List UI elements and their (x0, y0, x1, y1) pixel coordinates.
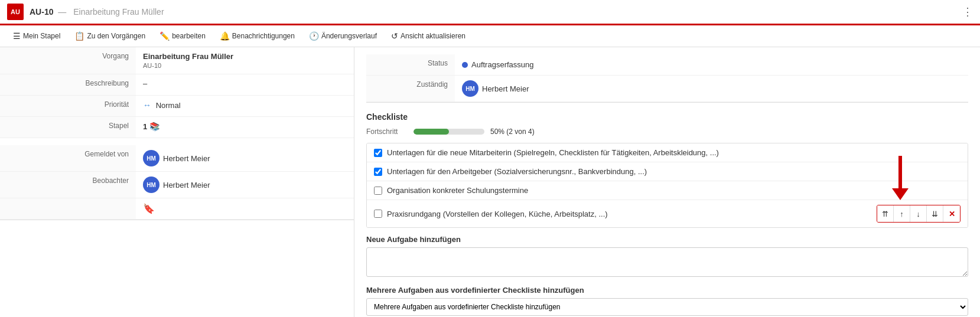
vorgang-value: Einarbeitung Frau Müller AU-10 (136, 47, 354, 74)
refresh-icon: ↺ (391, 31, 398, 41)
neue-aufgabe-input[interactable] (366, 247, 968, 277)
move-bottom-button[interactable]: ⇊ (927, 205, 943, 222)
zu-den-vorgaengen-button[interactable]: 📋 Zu den Vorgängen (69, 29, 151, 43)
aenderungsverlauf-label: Änderungsverlauf (321, 32, 377, 40)
aenderungsverlauf-button[interactable]: 🕐 Änderungsverlauf (303, 29, 383, 43)
stapel-value: 1 📚 (136, 117, 354, 138)
stapel-badge: 1 📚 (143, 122, 159, 131)
predefined-select[interactable]: Mehrere Aufgaben aus vordefinierter Chec… (366, 298, 968, 316)
ansicht-aktualisieren-button[interactable]: ↺ Ansicht aktualisieren (385, 29, 471, 43)
beobachter-label: Beobachter (0, 172, 136, 198)
beschreibung-label: Beschreibung (0, 74, 136, 95)
beobachter-row: Beobachter HM Herbert Meier (0, 172, 354, 198)
zu-den-vorgaengen-label: Zu den Vorgängen (87, 32, 145, 40)
fortschritt-text: 50% (2 von 4) (490, 128, 535, 136)
prioritaet-value: ↔ Normal (136, 96, 354, 116)
bearbeiten-button[interactable]: ✏️ bearbeiten (154, 29, 211, 43)
checklist-items: Unterlagen für die neue Mitarbeiterin (S… (366, 143, 968, 228)
fortschritt-label: Fortschritt (366, 128, 408, 136)
checklist-item-active: Praxisrundgang (Vorstellen der Kollegen,… (367, 200, 968, 227)
stapel-stack-icon: 📚 (149, 122, 159, 131)
priority-icon: ↔ (143, 100, 151, 110)
status-dot (462, 62, 468, 68)
checklist-checkbox-2[interactable] (374, 168, 382, 176)
main-content: Vorgang Einarbeitung Frau Müller AU-10 B… (0, 47, 980, 317)
app-logo: AU (7, 4, 24, 20)
mein-stapel-button[interactable]: ☰ Mein Stapel (7, 29, 66, 43)
clock-icon: 🕐 (309, 31, 319, 41)
move-up-button[interactable]: ↑ (894, 205, 910, 222)
page-title: AU-10 — Einarbeitung Frau Müller (30, 7, 167, 17)
checklist-section: Checkliste Fortschritt 50% (2 von 4) Unt… (366, 112, 968, 316)
checklist-item: Unterlagen für die neue Mitarbeiterin (S… (367, 143, 968, 162)
progress-bar-fill (414, 129, 449, 135)
zustaendig-name: Herbert Meier (482, 84, 529, 93)
beschreibung-value: – (136, 74, 354, 95)
vorgaengen-icon: 📋 (74, 31, 84, 41)
delete-item-button[interactable]: ✕ (943, 205, 960, 222)
move-down-button[interactable]: ↓ (910, 205, 927, 222)
top-bar: AU AU-10 — Einarbeitung Frau Müller ⋮ (0, 0, 980, 25)
prioritaet-row: Priorität ↔ Normal (0, 96, 354, 117)
progress-bar-background (414, 129, 484, 135)
zustaendig-row: Zuständig HM Herbert Meier (366, 76, 968, 102)
edit-icon: ✏️ (159, 31, 170, 41)
checklist-item-text-3: Organisation konkreter Schulungstermine (387, 186, 961, 195)
beschreibung-row: Beschreibung – (0, 74, 354, 96)
beobachter-person: HM Herbert Meier (143, 177, 347, 193)
predefined-label: Mehrere Aufgaben aus vordefinierter Chec… (366, 286, 968, 295)
ansicht-aktualisieren-label: Ansicht aktualisieren (401, 32, 465, 40)
zustaendig-value: HM Herbert Meier (455, 76, 968, 102)
vorgang-row: Vorgang Einarbeitung Frau Müller AU-10 (0, 47, 354, 74)
benachrichtigungen-label: Benachrichtigungen (232, 32, 295, 40)
status-row: Status Auftragserfassung (366, 54, 968, 76)
prioritaet-label: Priorität (0, 96, 136, 116)
vorgang-sub: AU-10 (143, 62, 347, 69)
progress-row: Fortschritt 50% (2 von 4) (366, 128, 968, 136)
vorgang-main: Einarbeitung Frau Müller (143, 52, 347, 61)
zustaendig-label: Zuständig (366, 76, 455, 102)
spacer-row (0, 138, 354, 145)
left-panel: Vorgang Einarbeitung Frau Müller AU-10 B… (0, 47, 354, 317)
gemeldet-person: HM Herbert Meier (143, 150, 347, 166)
gemeldet-label: Gemeldet von (0, 145, 136, 171)
right-panel: Status Auftragserfassung Zuständig HM He… (354, 47, 980, 317)
gemeldet-value: HM Herbert Meier (136, 145, 354, 171)
more-options-button[interactable]: ⋮ (962, 5, 973, 18)
vorgang-label: Vorgang (0, 47, 136, 74)
benachrichtigungen-button[interactable]: 🔔 Benachrichtigungen (214, 29, 301, 43)
checkliste-title: Checkliste (366, 112, 968, 122)
gemeldet-name: Herbert Meier (163, 154, 210, 163)
checklist-checkbox-1[interactable] (374, 149, 382, 157)
bookmark-value[interactable]: 🔖 (136, 198, 354, 219)
stapel-label: Stapel (0, 117, 136, 138)
checklist-item-text-2: Unterlagen für den Arbeitgeber (Sozialve… (387, 167, 961, 176)
bookmark-label (0, 198, 136, 219)
checklist-checkbox-3[interactable] (374, 187, 382, 195)
checklist-item-text-4: Praxisrundgang (Vorstellen der Kollegen,… (387, 210, 872, 218)
move-top-button[interactable]: ⇈ (877, 205, 894, 222)
gemeldet-row: Gemeldet von HM Herbert Meier (0, 145, 354, 172)
top-status-area: Vorgang Einarbeitung Frau Müller AU-10 B… (0, 47, 354, 220)
beobachter-avatar: HM (143, 177, 159, 193)
stapel-icon: ☰ (13, 31, 21, 41)
beobachter-value: HM Herbert Meier (136, 172, 354, 198)
predefined-section: Mehrere Aufgaben aus vordefinierter Chec… (366, 286, 968, 316)
beobachter-name: Herbert Meier (163, 181, 210, 189)
checklist-item: Organisation konkreter Schulungstermine (367, 181, 968, 200)
checklist-checkbox-4[interactable] (374, 210, 382, 218)
bearbeiten-label: bearbeiten (172, 32, 206, 40)
bookmark-icon[interactable]: 🔖 (143, 204, 155, 214)
neue-aufgabe-label: Neue Aufgabe hinzufügen (366, 235, 968, 244)
item-actions: ⇈ ↑ ↓ ⇊ ✕ (877, 205, 961, 223)
gemeldet-avatar: HM (143, 150, 159, 166)
mein-stapel-label: Mein Stapel (23, 32, 60, 40)
checklist-item: Unterlagen für den Arbeitgeber (Sozialve… (367, 162, 968, 181)
bell-icon: 🔔 (220, 31, 230, 41)
checklist-item-text-1: Unterlagen für die neue Mitarbeiterin (S… (387, 148, 961, 157)
bookmark-row: 🔖 (0, 198, 354, 220)
zustaendig-avatar: HM (462, 80, 478, 97)
toolbar: ☰ Mein Stapel 📋 Zu den Vorgängen ✏️ bear… (0, 25, 980, 47)
new-task-section: Neue Aufgabe hinzufügen (366, 235, 968, 279)
status-value: Auftragserfassung (455, 54, 968, 75)
